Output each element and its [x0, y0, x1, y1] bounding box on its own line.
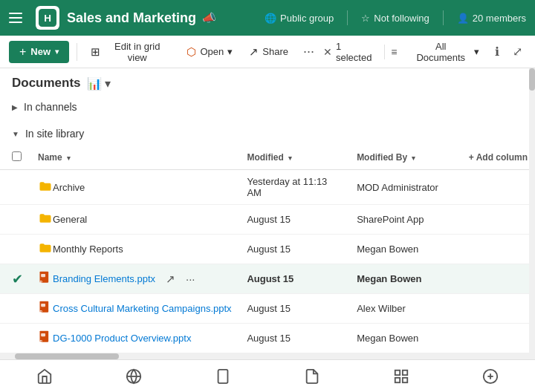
row-modified-cell: Yesterday at 11:13 AM: [239, 170, 349, 205]
row-modified-cell: August 15: [239, 294, 349, 324]
nav-file-button[interactable]: [296, 360, 328, 393]
file-name-text[interactable]: Cross Cultural Marketing Campaigns.pptx: [53, 303, 232, 314]
in-site-library-section: ▼ In site library Name ▾ Mod: [0, 122, 535, 353]
file-name-text[interactable]: Branding Elements.pptx: [53, 273, 155, 284]
file-type-icon: P: [38, 330, 53, 347]
file-table: Name ▾ Modified ▾ Modified By ▾ + Add: [0, 146, 535, 353]
edit-grid-view-button[interactable]: ⊞ Edit in grid view: [85, 37, 176, 67]
row-name-cell: General: [30, 205, 239, 235]
row-modifiedby-cell: SharePoint App: [349, 205, 461, 235]
row-check-cell: [0, 205, 30, 235]
toolbar-right: ✕ 1 selected ≡ All Documents ▾ ℹ ⤢: [323, 38, 526, 66]
header-divider-2: [443, 10, 444, 25]
file-name-text[interactable]: Archive: [53, 182, 85, 193]
col-modified-header[interactable]: Modified ▾: [239, 146, 349, 170]
row-addcol-cell: [461, 170, 535, 205]
in-site-library-header[interactable]: ▼ In site library: [0, 122, 535, 146]
col-modifiedby-header[interactable]: Modified By ▾: [349, 146, 461, 170]
bottom-navigation: [0, 359, 535, 392]
row-modified-cell: August 15: [239, 324, 349, 353]
pin-icon[interactable]: 📣: [202, 11, 216, 24]
row-modified-cell: August 15: [239, 205, 349, 235]
public-group-indicator: 🌐 Public group: [265, 13, 334, 24]
row-check-cell: [0, 324, 30, 353]
grid-edit-icon: ⊞: [91, 45, 100, 59]
row-name-cell: PBranding Elements.pptx ↗ ···: [30, 264, 239, 294]
vertical-scrollbar[interactable]: [529, 68, 535, 359]
row-check-cell: [0, 294, 30, 324]
header-divider-1: [347, 10, 348, 25]
row-modified-cell: August 15: [239, 264, 349, 294]
row-actions: ↗ ···: [163, 271, 198, 287]
all-documents-button[interactable]: All Documents ▾: [405, 38, 485, 66]
nav-web-button[interactable]: [117, 360, 150, 393]
row-modified-cell: August 15: [239, 235, 349, 264]
all-docs-chevron-icon: ▾: [474, 46, 479, 57]
in-channels-header[interactable]: ▶ In channels: [0, 95, 535, 119]
svg-rect-18: [403, 370, 407, 374]
new-button[interactable]: + New ▾: [9, 41, 69, 63]
table-row: PDG-1000 Product Overview.pptxAugust 15M…: [0, 324, 535, 353]
nav-device-button[interactable]: [207, 360, 239, 393]
col-name-header[interactable]: Name ▾: [30, 146, 239, 170]
row-addcol-cell: [461, 324, 535, 353]
svg-rect-17: [395, 370, 400, 374]
row-name-cell: PCross Cultural Marketing Campaigns.pptx: [30, 294, 239, 324]
table-row: GeneralAugust 15SharePoint App: [0, 205, 535, 235]
nav-add-button[interactable]: [474, 360, 507, 393]
open-button[interactable]: ⬡ Open ▾: [181, 42, 239, 62]
follow-button[interactable]: ☆ Not following: [361, 13, 429, 24]
app-header: H Sales and Marketing 📣 🌐 Public group ☆…: [0, 0, 535, 36]
share-icon: ↗: [249, 45, 259, 59]
row-share-icon[interactable]: ↗: [163, 271, 178, 287]
file-type-icon: [38, 179, 53, 196]
members-button[interactable]: 👤 20 members: [457, 13, 526, 24]
clear-selection-button[interactable]: ✕: [323, 46, 332, 58]
expand-channels-icon: ▶: [12, 103, 18, 111]
file-type-icon: P: [38, 300, 53, 317]
col-check: [0, 146, 30, 170]
file-name-text[interactable]: DG-1000 Product Overview.pptx: [53, 333, 191, 344]
more-actions-button[interactable]: ···: [299, 41, 319, 62]
table-row: PCross Cultural Marketing Campaigns.pptx…: [0, 294, 535, 324]
file-type-icon: P: [38, 270, 53, 287]
main-content: Documents 📊 ▾ ▶ In channels ▼ In site li…: [0, 68, 535, 359]
row-modifiedby-cell: Alex Wilber: [349, 294, 461, 324]
nav-grid-button[interactable]: [385, 360, 418, 393]
header-actions: 🌐 Public group ☆ Not following 👤 20 memb…: [265, 10, 526, 25]
row-addcol-cell: [461, 294, 535, 324]
vertical-scrollbar-thumb[interactable]: [529, 68, 535, 91]
horizontal-scrollbar[interactable]: [0, 353, 535, 359]
breadcrumb-icon[interactable]: 📊 ▾: [87, 76, 111, 91]
open-chevron-icon: ▾: [227, 46, 233, 57]
col-add-column[interactable]: + Add column: [461, 146, 535, 170]
row-check-cell: [0, 170, 30, 205]
select-all-checkbox[interactable]: [12, 151, 22, 161]
svg-text:H: H: [44, 13, 51, 24]
file-type-icon: [38, 241, 53, 258]
row-modifiedby-cell: Megan Bowen: [349, 264, 461, 294]
expand-button[interactable]: ⤢: [509, 41, 526, 62]
selection-badge: ✕ 1 selected: [323, 41, 378, 63]
in-channels-section: ▶ In channels: [0, 95, 535, 119]
toolbar-separator-2: [384, 45, 385, 59]
selected-check-icon: ✔: [12, 272, 23, 287]
breadcrumb: Documents 📊 ▾: [0, 68, 535, 95]
people-icon: 👤: [457, 13, 469, 24]
file-name-text[interactable]: Monthly Reports: [53, 244, 123, 255]
table-row: ArchiveYesterday at 11:13 AMMOD Administ…: [0, 170, 535, 205]
hamburger-menu-icon[interactable]: [9, 7, 30, 28]
row-check-cell: ✔: [0, 264, 30, 294]
nav-home-button[interactable]: [28, 360, 61, 393]
plus-icon: +: [19, 45, 26, 59]
share-button[interactable]: ↗ Share: [243, 42, 294, 62]
file-name-text[interactable]: General: [53, 214, 87, 225]
row-name-cell: PDG-1000 Product Overview.pptx: [30, 324, 239, 353]
row-more-icon[interactable]: ···: [183, 271, 198, 287]
horizontal-scrollbar-thumb[interactable]: [15, 353, 119, 359]
info-button[interactable]: ℹ: [491, 41, 503, 62]
teams-app-icon: H: [36, 6, 59, 30]
svg-rect-15: [218, 369, 228, 382]
row-addcol-cell: [461, 264, 535, 294]
chevron-down-icon: ▾: [55, 48, 59, 56]
